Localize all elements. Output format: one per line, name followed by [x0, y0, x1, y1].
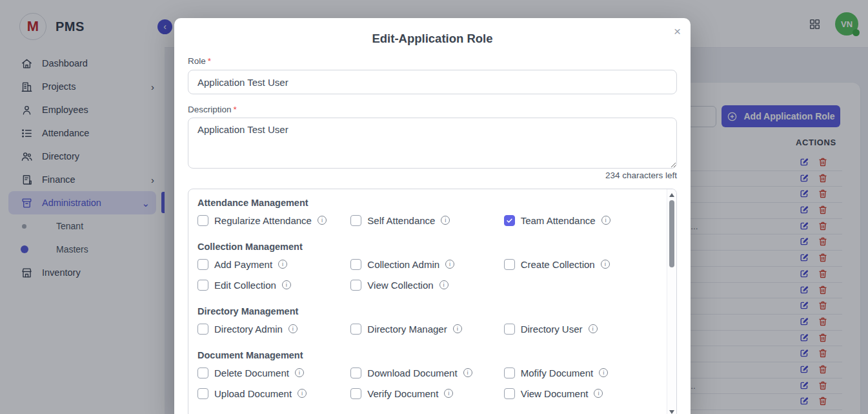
permission-label: Create Collection: [521, 259, 595, 270]
permission-label: Mofify Document: [521, 367, 594, 378]
modal-title: Edit-Application Role: [174, 32, 691, 46]
scrollbar-thumb[interactable]: [669, 200, 674, 267]
permission-label: Directory Manager: [367, 324, 447, 335]
checkbox-upload-document[interactable]: [197, 388, 208, 399]
permission-item-delete-document: Delete Documenti: [197, 366, 350, 379]
checkbox-mofify-document[interactable]: [504, 367, 515, 378]
permission-item-team-attendance: Team Attendancei: [504, 214, 657, 227]
permission-label: Edit Collection: [214, 280, 276, 291]
permission-item-create-collection: Create Collectioni: [504, 258, 657, 271]
description-textarea[interactable]: Application Test User: [188, 118, 677, 169]
permission-label: Add Payment: [214, 259, 272, 270]
permission-item-directory-admin: Directory Admini: [197, 322, 350, 335]
permission-groups: Attendance ManagementRegularize Attendan…: [188, 189, 666, 400]
info-icon[interactable]: i: [295, 368, 304, 377]
modal-close-button[interactable]: ×: [667, 21, 687, 41]
role-label: Role*: [188, 56, 677, 66]
permission-label: View Document: [521, 388, 589, 399]
permission-label: Self Attendance: [367, 215, 435, 226]
permission-label: Download Document: [367, 367, 457, 378]
permission-label: Team Attendance: [521, 215, 596, 226]
permission-item-verify-document: Verify Documenti: [350, 387, 503, 400]
permission-grid: Add PaymentiCollection AdminiCreate Coll…: [197, 258, 657, 291]
permission-label: View Collection: [367, 280, 433, 291]
permission-group-title: Collection Management: [197, 233, 657, 253]
checkbox-self-attendance[interactable]: [350, 215, 361, 226]
info-icon[interactable]: i: [463, 368, 472, 377]
info-icon[interactable]: i: [601, 260, 610, 269]
info-icon[interactable]: i: [288, 324, 298, 333]
permission-grid: Delete DocumentiDownload DocumentiMofify…: [197, 366, 657, 400]
permission-item-regularize-attendance: Regularize Attendancei: [197, 214, 350, 227]
checkbox-view-document[interactable]: [504, 388, 515, 399]
checkbox-download-document[interactable]: [350, 367, 361, 378]
info-icon[interactable]: i: [318, 216, 327, 225]
info-icon[interactable]: i: [298, 389, 307, 398]
permissions-panel: Attendance ManagementRegularize Attendan…: [188, 189, 677, 414]
checkbox-add-payment[interactable]: [197, 259, 208, 270]
permission-group-title: Directory Management: [197, 298, 657, 317]
character-counter: 234 characters left: [188, 171, 677, 181]
scrollbar-up-arrow-icon[interactable]: [667, 191, 676, 200]
checkbox-directory-admin[interactable]: [197, 324, 208, 335]
checkbox-view-collection[interactable]: [350, 280, 361, 291]
permission-label: Upload Document: [214, 388, 292, 399]
permission-label: Directory Admin: [214, 324, 283, 335]
edit-application-role-modal: × Edit-Application Role Role* Descriptio…: [174, 18, 691, 414]
info-icon[interactable]: i: [441, 216, 450, 225]
permission-item-mofify-document: Mofify Documenti: [504, 366, 657, 379]
info-icon[interactable]: i: [444, 389, 453, 398]
permission-label: Collection Admin: [367, 259, 439, 270]
role-input[interactable]: [188, 70, 677, 94]
info-icon[interactable]: i: [453, 324, 462, 333]
checkbox-collection-admin[interactable]: [350, 259, 361, 270]
permission-item-collection-admin: Collection Admini: [350, 258, 503, 271]
permission-label: Regularize Attendance: [214, 215, 312, 226]
checkbox-edit-collection[interactable]: [197, 280, 208, 291]
permission-item-upload-document: Upload Documenti: [197, 387, 350, 400]
info-icon[interactable]: i: [278, 260, 287, 269]
permission-item-directory-user: Directory Useri: [504, 322, 657, 335]
checkbox-delete-document[interactable]: [197, 367, 208, 378]
checkbox-create-collection[interactable]: [504, 259, 515, 270]
permission-group: Document ManagementDelete DocumentiDownl…: [197, 342, 657, 400]
info-icon[interactable]: i: [599, 368, 608, 377]
permission-label: Verify Document: [367, 388, 438, 399]
permission-item-add-payment: Add Paymenti: [197, 258, 350, 271]
required-asterisk: *: [208, 56, 211, 66]
panel-scrollbar[interactable]: [667, 189, 676, 414]
permission-label: Delete Document: [214, 367, 289, 378]
permission-item-download-document: Download Documenti: [350, 366, 503, 379]
info-icon[interactable]: i: [445, 260, 454, 269]
permission-item-edit-collection: Edit Collectioni: [197, 278, 350, 291]
checkbox-directory-manager[interactable]: [350, 324, 361, 335]
description-label: Description*: [188, 105, 677, 114]
info-icon[interactable]: i: [601, 216, 611, 225]
info-icon[interactable]: i: [594, 389, 603, 398]
modal-body: Role* Description* Application Test User…: [174, 56, 691, 414]
permission-grid: Directory AdminiDirectory ManageriDirect…: [197, 322, 657, 335]
checkbox-regularize-attendance[interactable]: [197, 215, 208, 226]
permission-grid: Regularize AttendanceiSelf AttendanceiTe…: [197, 214, 657, 227]
permission-item-view-collection: View Collectioni: [350, 278, 503, 291]
permission-group: Directory ManagementDirectory AdminiDire…: [197, 298, 657, 335]
permission-group-title: Document Management: [197, 342, 657, 361]
checkbox-team-attendance[interactable]: [504, 215, 515, 226]
permission-item-view-document: View Documenti: [504, 387, 657, 400]
screen: M PMS DashboardProjects›EmployeesAttenda…: [0, 0, 868, 414]
info-icon[interactable]: i: [282, 280, 291, 289]
scrollbar-down-arrow-icon[interactable]: [667, 408, 676, 414]
permission-item-directory-manager: Directory Manageri: [350, 322, 503, 335]
checkbox-directory-user[interactable]: [504, 324, 515, 335]
permission-group: Collection ManagementAdd PaymentiCollect…: [197, 233, 657, 291]
permission-item-self-attendance: Self Attendancei: [350, 214, 503, 227]
permission-group-title: Attendance Management: [197, 189, 657, 209]
info-icon[interactable]: i: [439, 280, 449, 289]
checkbox-verify-document[interactable]: [350, 388, 361, 399]
required-asterisk: *: [234, 105, 237, 114]
permission-label: Directory User: [521, 324, 583, 335]
info-icon[interactable]: i: [589, 324, 598, 333]
permission-group: Attendance ManagementRegularize Attendan…: [197, 189, 657, 227]
